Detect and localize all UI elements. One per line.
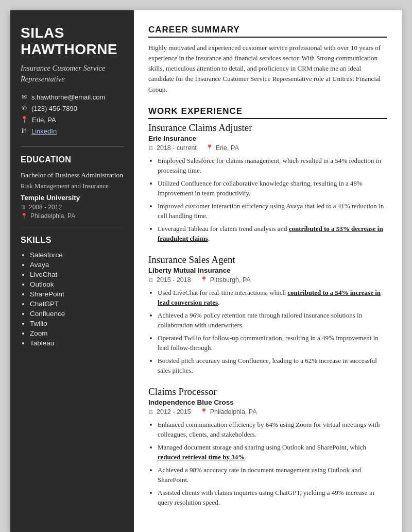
job-company-3: Independence Blue Cross (148, 398, 387, 406)
job-bullets-2: Used LiveChat for real-time interactions… (148, 288, 387, 376)
main-content: CAREER SUMMARY Highly motivated and expe… (134, 10, 402, 532)
skills-section-title: SKILLS (21, 236, 124, 245)
edu-major: Risk Management and Insurance (21, 181, 124, 191)
loc-icon-1: 📍 (206, 144, 213, 151)
job-meta-3: 🗓 2012 - 2015 📍 Philadelphia, PA (148, 408, 387, 415)
bullet-1-1: Utilized Confluence for collaborative kn… (158, 178, 387, 198)
job-location-1: 📍 Erie, PA (206, 144, 239, 152)
edu-degree: Bachelor of Business Administration (21, 171, 124, 180)
bullet-3-1: Managed document storage and sharing usi… (158, 442, 387, 462)
job-title-1: Insurance Claims Adjuster (148, 122, 387, 134)
skills-list: Salesforce Avaya LiveChat Outlook ShareP… (21, 251, 124, 347)
linkedin-icon: in (21, 127, 28, 135)
bullet-1-2: Improved customer interaction efficiency… (158, 201, 387, 221)
resume-wrapper: SILAS HAWTHORNE Insurance Customer Servi… (10, 10, 402, 532)
job-years-1: 🗓 2018 - current (148, 144, 197, 152)
phone-icon: ✆ (21, 105, 28, 112)
edu-location-icon: 📍 (21, 213, 28, 220)
contact-phone: ✆ (123) 456-7890 (21, 105, 124, 112)
career-summary-title: CAREER SUMMARY (148, 25, 387, 38)
job-bullets-1: Employed Salesforce for claims managemen… (148, 156, 387, 244)
bullet-1-0: Employed Salesforce for claims managemen… (158, 156, 387, 176)
contact-section: ✉ s.hawthorne@email.com ✆ (123) 456-7890… (21, 93, 124, 135)
bullet-2-0: Used LiveChat for real-time interactions… (158, 288, 387, 308)
sidebar-divider-2 (21, 227, 124, 227)
edu-location: 📍 Philadelphia, PA (21, 212, 124, 220)
job-title-3: Claims Processor (148, 386, 387, 397)
calendar-icon: 🗓 (21, 204, 26, 210)
bullet-1-3: Leveraged Tableau for claims trend analy… (158, 224, 387, 244)
job-location-3: 📍 Philadelphia, PA (200, 408, 257, 415)
sidebar-divider (21, 146, 124, 147)
edu-years: 🗓 2008 - 2012 (21, 204, 124, 211)
bullet-3-2: Achieved a 98% accuracy rate in document… (158, 465, 387, 485)
job-title-2: Insurance Sales Agent (148, 254, 387, 265)
skill-avaya: Avaya (30, 261, 124, 269)
skill-twilio: Twilio (30, 320, 124, 327)
work-experience-title: WORK EXPERIENCE (148, 106, 387, 119)
skill-zoom: Zoom (30, 329, 124, 337)
sidebar: SILAS HAWTHORNE Insurance Customer Servi… (10, 10, 134, 532)
loc-icon-3: 📍 (200, 408, 208, 415)
highlight-3: reduced retrieval time by 34% (158, 453, 245, 461)
bullet-2-3: Boosted pitch accuracy using Confluence,… (158, 356, 387, 376)
job-years-3: 🗓 2012 - 2015 (148, 408, 191, 415)
job-bullets-3: Enhanced communication efficiency by 64%… (148, 420, 387, 508)
linkedin-link[interactable]: LinkedIn (31, 127, 57, 135)
loc-icon-2: 📍 (200, 276, 208, 283)
job-block-1: Insurance Claims Adjuster Erie Insurance… (148, 122, 387, 244)
contact-email: ✉ s.hawthorne@email.com (21, 93, 124, 101)
job-meta-1: 🗓 2018 - current 📍 Erie, PA (148, 144, 387, 152)
skill-confluence: Confluence (30, 310, 124, 318)
skill-outlook: Outlook (30, 280, 124, 288)
job-company-1: Erie Insurance (148, 135, 387, 142)
skill-tableau: Tableau (30, 339, 124, 347)
cal-icon-1: 🗓 (148, 145, 154, 151)
job-years-2: 🗓 2015 - 2018 (148, 276, 191, 284)
skill-livechat: LiveChat (30, 271, 124, 278)
contact-linkedin[interactable]: in LinkedIn (21, 127, 124, 135)
bullet-2-1: Achieved a 96% policy retention rate thr… (158, 310, 387, 330)
skill-salesforce: Salesforce (30, 251, 124, 259)
email-icon: ✉ (21, 93, 28, 101)
candidate-title: Insurance Customer Service Representativ… (21, 63, 124, 84)
bullet-3-3: Assisted clients with claims inquiries u… (158, 488, 387, 508)
bullet-3-0: Enhanced communication efficiency by 64%… (158, 420, 387, 440)
skill-sharepoint: SharePoint (30, 290, 124, 298)
highlight-2: contributed to a 54% increase in lead co… (158, 289, 381, 307)
bullet-2-2: Operated Twilio for follow-up communicat… (158, 333, 387, 353)
location-icon: 📍 (21, 116, 28, 123)
education-block: Bachelor of Business Administration Risk… (21, 171, 124, 220)
cal-icon-2: 🗓 (148, 277, 154, 283)
job-location-2: 📍 Pittsburgh, PA (200, 276, 251, 284)
education-section-title: EDUCATION (21, 155, 124, 164)
contact-location: 📍 Erie, PA (21, 116, 124, 124)
job-meta-2: 🗓 2015 - 2018 📍 Pittsburgh, PA (148, 276, 387, 284)
skill-chatgpt: ChatGPT (30, 300, 124, 308)
job-company-2: Liberty Mutual Insurance (148, 267, 387, 274)
edu-school: Temple University (21, 194, 124, 202)
job-block-2: Insurance Sales Agent Liberty Mutual Ins… (148, 254, 387, 376)
highlight-1: contributed to a 53% decrease in fraudul… (158, 225, 383, 243)
career-summary-text: Highly motivated and experienced custome… (148, 43, 387, 95)
cal-icon-3: 🗓 (148, 409, 154, 415)
candidate-name: SILAS HAWTHORNE (21, 25, 124, 58)
job-block-3: Claims Processor Independence Blue Cross… (148, 386, 387, 508)
